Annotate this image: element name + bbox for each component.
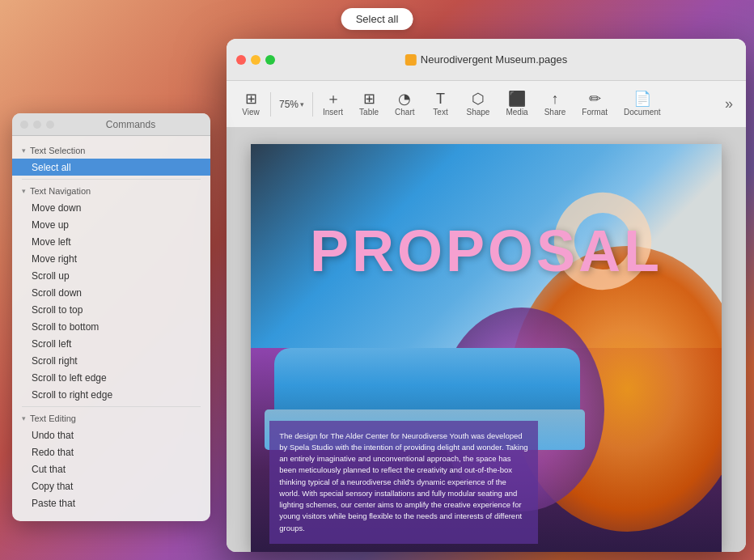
media-icon: ⬛ xyxy=(508,91,526,106)
window-titlebar: Neurodivergent Museum.pages xyxy=(227,39,746,81)
section-label-selection: Text Selection xyxy=(30,146,85,155)
toolbar-media[interactable]: ⬛ Media xyxy=(498,88,536,120)
cmd-item-scroll-left[interactable]: Scroll left xyxy=(12,335,210,352)
toolbar-zoom[interactable]: 75% ▾ xyxy=(273,95,311,113)
cmd-minimize-button[interactable] xyxy=(33,121,41,129)
format-icon: ✏ xyxy=(589,91,601,106)
cmd-item-scroll-down[interactable]: Scroll down xyxy=(12,284,210,301)
cmd-item-scroll-to-top[interactable]: Scroll to top xyxy=(12,301,210,318)
cmd-item-cut-that[interactable]: Cut that xyxy=(12,460,210,477)
document-area: PROPOSAL The design for The Alder Center… xyxy=(227,128,746,552)
cmd-section-header-navigation: ▾ Text Navigation xyxy=(12,183,210,199)
share-label: Share xyxy=(544,108,566,117)
cmd-item-move-down[interactable]: Move down xyxy=(12,199,210,216)
commands-content: ▾ Text Selection Select all ▾ Text Navig… xyxy=(12,136,210,521)
pages-window: Neurodivergent Museum.pages ⊞ View 75% ▾… xyxy=(227,39,746,552)
cmd-divider-2 xyxy=(22,406,201,407)
section-arrow-navigation-icon: ▾ xyxy=(22,187,26,195)
toolbar-divider-1 xyxy=(270,92,271,117)
commands-titlebar: Commands xyxy=(12,113,210,136)
cmd-item-scroll-to-bottom[interactable]: Scroll to bottom xyxy=(12,318,210,335)
chart-icon: ◔ xyxy=(398,91,411,106)
zoom-chevron-icon: ▾ xyxy=(300,100,304,108)
view-icon: ⊞ xyxy=(245,91,257,106)
body-text: The design for The Alder Center for Neur… xyxy=(269,421,538,544)
body-text-content: The design for The Alder Center for Neur… xyxy=(279,431,527,532)
document-label: Document xyxy=(624,108,661,117)
table-icon: ⊞ xyxy=(363,91,375,106)
page-container: PROPOSAL The design for The Alder Center… xyxy=(251,144,722,552)
pages-app-icon xyxy=(405,54,417,66)
cmd-item-move-left[interactable]: Move left xyxy=(12,233,210,250)
toolbar: ⊞ View 75% ▾ ＋ Insert ⊞ Table ◔ Chart T … xyxy=(227,81,746,128)
cmd-item-scroll-to-left-edge[interactable]: Scroll to left edge xyxy=(12,369,210,386)
toolbar-text[interactable]: T Text xyxy=(423,88,459,120)
toolbar-divider-2 xyxy=(312,92,313,117)
text-label: Text xyxy=(433,108,447,117)
window-title: Neurodivergent Museum.pages xyxy=(405,53,567,66)
cmd-item-select-all[interactable]: Select all xyxy=(12,159,210,176)
minimize-button[interactable] xyxy=(251,55,261,65)
cmd-item-undo-that[interactable]: Undo that xyxy=(12,426,210,443)
cmd-section-header-editing: ▾ Text Editing xyxy=(12,410,210,426)
window-title-text: Neurodivergent Museum.pages xyxy=(421,53,567,66)
proposal-heading: PROPOSAL xyxy=(310,218,663,284)
maximize-button[interactable] xyxy=(265,55,275,65)
close-button[interactable] xyxy=(236,55,246,65)
cmd-close-button[interactable] xyxy=(20,121,28,129)
toolbar-share[interactable]: ↑ Share xyxy=(536,88,574,120)
toolbar-more-button[interactable]: » xyxy=(718,92,739,116)
toolbar-insert[interactable]: ＋ Insert xyxy=(315,88,351,120)
section-arrow-selection-icon: ▾ xyxy=(22,146,26,155)
cmd-item-move-up[interactable]: Move up xyxy=(12,216,210,233)
commands-panel-title: Commands xyxy=(106,119,155,130)
shape-label: Shape xyxy=(467,108,490,117)
section-label-editing: Text Editing xyxy=(30,414,76,423)
commands-panel: Commands ▾ Text Selection Select all ▾ T… xyxy=(12,113,210,521)
select-all-button[interactable]: Select all xyxy=(341,8,413,30)
insert-label: Insert xyxy=(323,108,343,117)
cmd-section-text-navigation: ▾ Text Navigation Move down Move up Move… xyxy=(12,183,210,403)
cmd-item-move-right[interactable]: Move right xyxy=(12,250,210,267)
toolbar-view[interactable]: ⊞ View xyxy=(233,88,269,120)
media-label: Media xyxy=(506,108,527,117)
cmd-divider-1 xyxy=(22,179,201,180)
chart-label: Chart xyxy=(395,108,414,117)
toolbar-table[interactable]: ⊞ Table xyxy=(351,88,387,120)
cmd-item-copy-that[interactable]: Copy that xyxy=(12,477,210,494)
table-label: Table xyxy=(359,108,379,117)
cmd-item-paste-that[interactable]: Paste that xyxy=(12,494,210,511)
view-label: View xyxy=(242,108,260,117)
toolbar-document[interactable]: 📄 Document xyxy=(616,88,669,120)
cmd-section-header-selection: ▾ Text Selection xyxy=(12,142,210,159)
document-icon: 📄 xyxy=(633,91,651,106)
cmd-maximize-button[interactable] xyxy=(46,121,54,129)
toolbar-format[interactable]: ✏ Format xyxy=(574,88,616,120)
format-label: Format xyxy=(582,108,608,117)
cmd-item-scroll-to-right-edge[interactable]: Scroll to right edge xyxy=(12,386,210,403)
traffic-lights xyxy=(236,55,275,65)
cmd-item-redo-that[interactable]: Redo that xyxy=(12,443,210,460)
toolbar-shape[interactable]: ⬡ Shape xyxy=(459,88,498,120)
cmd-section-text-editing: ▾ Text Editing Undo that Redo that Cut t… xyxy=(12,410,210,511)
zoom-value: 75% xyxy=(279,99,299,110)
insert-icon: ＋ xyxy=(326,91,341,106)
text-icon: T xyxy=(436,91,445,106)
share-icon: ↑ xyxy=(552,91,559,106)
cmd-item-scroll-right[interactable]: Scroll right xyxy=(12,352,210,369)
section-arrow-editing-icon: ▾ xyxy=(22,414,26,422)
page-background: PROPOSAL The design for The Alder Center… xyxy=(251,144,722,552)
toolbar-chart[interactable]: ◔ Chart xyxy=(387,88,422,120)
cmd-section-text-selection: ▾ Text Selection Select all xyxy=(12,142,210,176)
cmd-item-scroll-up[interactable]: Scroll up xyxy=(12,267,210,284)
shape-icon: ⬡ xyxy=(472,91,485,106)
section-label-navigation: Text Navigation xyxy=(30,186,91,196)
